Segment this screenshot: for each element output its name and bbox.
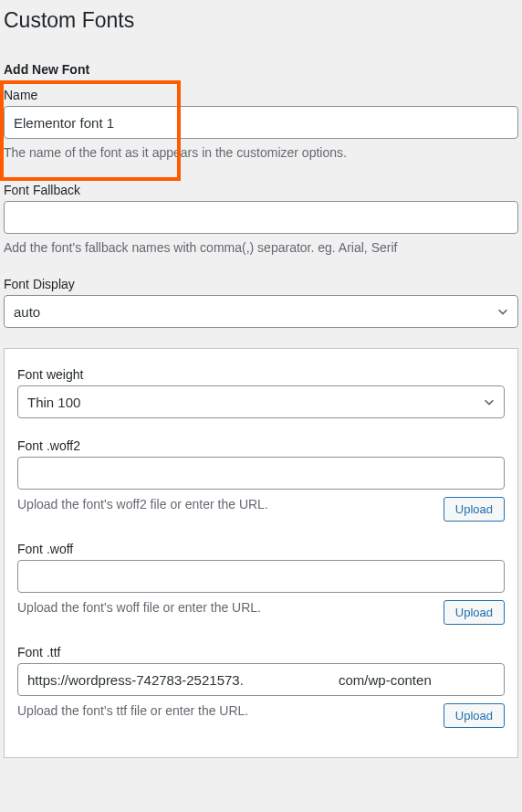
woff-help: Upload the font's woff file or enter the… <box>17 600 433 615</box>
woff2-field-group: Font .woff2 Upload the font's woff2 file… <box>17 438 505 522</box>
section-title: Add New Font <box>4 55 522 80</box>
display-select[interactable]: auto <box>4 295 518 328</box>
ttf-field-group: Font .ttf Upload the font's ttf file or … <box>17 645 505 728</box>
fallback-help: Add the font's fallback names with comma… <box>4 239 518 258</box>
weight-label: Font weight <box>17 367 505 382</box>
woff-label: Font .woff <box>17 542 505 556</box>
name-field-group: Name The name of the font as it appears … <box>4 88 518 163</box>
name-help: The name of the font as it appears in th… <box>4 144 518 163</box>
weight-select[interactable]: Thin 100 <box>17 385 505 418</box>
fallback-input[interactable] <box>4 201 518 234</box>
name-label: Name <box>4 88 518 102</box>
display-label: Font Display <box>4 277 518 291</box>
woff-field-group: Font .woff Upload the font's woff file o… <box>17 542 505 625</box>
name-input[interactable] <box>4 106 518 139</box>
woff2-upload-button[interactable]: Upload <box>444 497 505 522</box>
ttf-input[interactable] <box>17 663 505 696</box>
variant-panel: Font weight Thin 100 Font .woff2 Upload … <box>4 348 518 758</box>
page-title: Custom Fonts <box>4 0 522 37</box>
woff-input[interactable] <box>17 560 505 593</box>
woff2-help: Upload the font's woff2 file or enter th… <box>17 497 433 511</box>
ttf-upload-button[interactable]: Upload <box>444 703 505 728</box>
ttf-label: Font .ttf <box>17 645 505 659</box>
weight-field-group: Font weight Thin 100 <box>17 367 505 418</box>
woff2-input[interactable] <box>17 457 505 490</box>
woff2-label: Font .woff2 <box>17 438 505 453</box>
fallback-label: Font Fallback <box>4 183 518 197</box>
fallback-field-group: Font Fallback Add the font's fallback na… <box>4 183 518 258</box>
display-field-group: Font Display auto <box>4 277 518 328</box>
woff-upload-button[interactable]: Upload <box>444 600 505 625</box>
ttf-help: Upload the font's ttf file or enter the … <box>17 703 433 718</box>
